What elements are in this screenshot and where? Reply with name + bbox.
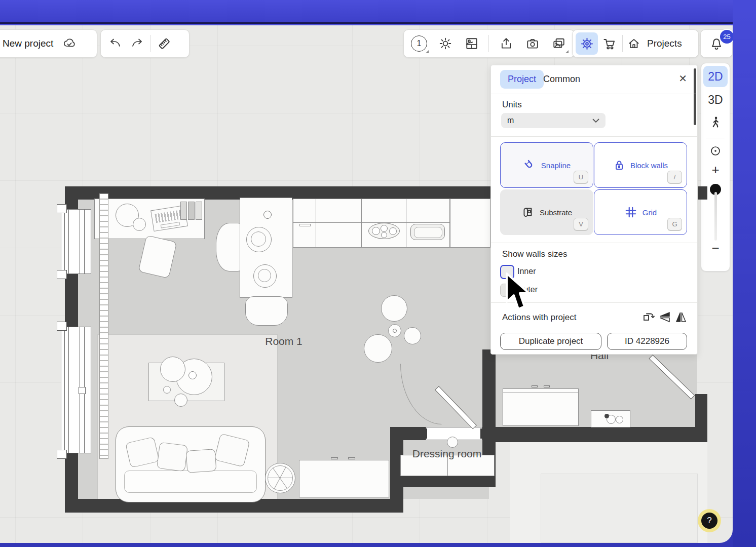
window-1[interactable] <box>61 209 91 274</box>
shortcut-badge: U <box>574 171 588 183</box>
zoom-slider-track[interactable] <box>714 192 717 241</box>
snapshot-icon[interactable] <box>521 32 544 55</box>
floor-lamp-left[interactable] <box>364 334 392 363</box>
zoom-in-button[interactable]: + <box>703 162 728 178</box>
center-view-icon[interactable] <box>703 142 728 160</box>
dropdown-corner-mark <box>426 50 429 53</box>
zoom-out-button[interactable]: − <box>703 241 728 256</box>
curtain[interactable] <box>99 193 108 459</box>
kitchen-counter[interactable] <box>293 199 450 248</box>
toggle-label: Substrate <box>540 208 572 217</box>
shortcut-badge: V <box>574 218 588 230</box>
tab-project[interactable]: Project <box>500 70 544 89</box>
mouse-cursor <box>505 272 533 315</box>
cloud-sync-icon[interactable] <box>58 32 81 55</box>
settings-gear-icon[interactable] <box>576 32 598 55</box>
hall-bottom-wall[interactable] <box>489 427 707 442</box>
magnet-icon <box>523 159 536 172</box>
mode-2d-button[interactable]: 2D <box>703 66 728 87</box>
units-dropdown[interactable]: m <box>501 113 606 128</box>
panel-scrollbar[interactable] <box>694 68 696 125</box>
gallery-icon[interactable] <box>548 32 570 55</box>
chevron-down-icon <box>592 119 599 123</box>
new-project-group: New project <box>0 29 97 58</box>
window-2-cap-bottom <box>57 450 67 459</box>
toggle-label: Snapline <box>541 161 571 170</box>
stove[interactable] <box>368 223 400 239</box>
redo-icon[interactable] <box>126 32 148 55</box>
blueprint-icon <box>521 206 535 219</box>
toggle-block-walls[interactable]: Block walls / <box>594 142 687 188</box>
toggle-substrate[interactable]: Substrate V <box>500 189 593 235</box>
kitchen-cabinet-right[interactable] <box>450 199 490 248</box>
tab-common[interactable]: Common <box>543 74 580 85</box>
hall-shoe-cabinet[interactable] <box>591 410 630 427</box>
window-1-cap-top <box>57 204 67 213</box>
dropdown-corner-mark <box>565 50 569 53</box>
app-window: Room 1 Dressing room Hall New project 1 <box>0 0 756 547</box>
brightness-icon[interactable] <box>434 32 457 55</box>
window-2[interactable] <box>61 327 91 453</box>
new-project-button[interactable]: New project <box>3 38 53 49</box>
desk-plant-small <box>133 218 146 231</box>
toggle-label: Block walls <box>630 161 668 170</box>
floor-lamp-top[interactable] <box>381 295 407 322</box>
home-icon[interactable] <box>625 32 643 55</box>
lock-icon <box>613 159 625 172</box>
grid-icon <box>624 206 637 219</box>
hall-right-wall[interactable] <box>695 394 707 428</box>
desk-books <box>180 202 187 220</box>
help-button[interactable]: ? <box>698 509 721 532</box>
cup <box>163 386 171 394</box>
room-label-room1: Room 1 <box>265 335 303 347</box>
table-decor <box>263 211 272 219</box>
shortcut-badge: / <box>667 171 682 183</box>
help-label: ? <box>707 516 711 526</box>
history-tools-group <box>100 29 190 58</box>
floor-lamp-center <box>388 324 401 337</box>
flip-horizontal-icon[interactable] <box>675 311 688 323</box>
hall-wardrobe[interactable] <box>503 388 579 426</box>
units-label: Units <box>502 100 522 110</box>
notifications-group: 25 <box>700 29 733 58</box>
render-tools-group: 1 <box>403 29 575 58</box>
window-1-cap-bottom <box>57 270 67 279</box>
ruler-icon[interactable] <box>153 32 175 55</box>
layout-view-icon[interactable] <box>461 32 483 55</box>
floor-lamp-right <box>404 327 421 344</box>
undo-icon[interactable] <box>104 32 126 55</box>
toggle-grid[interactable]: Grid G <box>594 189 687 235</box>
dining-chair-bottom[interactable] <box>245 296 288 326</box>
coffee-table-small <box>174 394 187 407</box>
desk-books <box>196 202 202 220</box>
tv-stand[interactable] <box>299 460 389 497</box>
units-value: m <box>507 116 514 125</box>
lower-room-floor[interactable] <box>510 442 707 543</box>
flip-vertical-icon[interactable] <box>659 311 672 323</box>
mode-3d-button[interactable]: 3D <box>703 89 728 110</box>
top-brand-bar <box>0 0 756 24</box>
room-label-dressing: Dressing room <box>412 448 482 460</box>
toggle-snapline[interactable]: Snapline U <box>500 142 593 188</box>
coffee-table-medium[interactable] <box>160 357 185 382</box>
toggle-label: Grid <box>642 208 657 217</box>
round-fan[interactable] <box>265 463 295 493</box>
plate-2 <box>253 264 277 288</box>
walkthrough-icon[interactable] <box>703 112 728 134</box>
lower-room-rug <box>541 474 698 543</box>
project-id-button[interactable]: ID 4228926 <box>607 333 687 350</box>
floor-selector[interactable]: 1 <box>408 32 430 55</box>
close-icon[interactable]: ✕ <box>678 72 687 85</box>
window-2-cap-top <box>57 322 67 331</box>
cart-icon[interactable] <box>598 32 620 55</box>
projects-button[interactable]: Projects <box>647 38 682 49</box>
shortcut-badge: G <box>667 218 682 230</box>
duplicate-project-button[interactable]: Duplicate project <box>500 333 601 350</box>
sink[interactable] <box>410 224 445 240</box>
sofa-pillow <box>186 449 217 473</box>
dressing-knob <box>447 437 458 448</box>
walls-sizes-title: Show walls sizes <box>502 249 568 259</box>
bell-icon[interactable]: 25 <box>705 32 728 55</box>
rotate-project-icon[interactable] <box>642 311 655 323</box>
export-icon[interactable] <box>495 32 517 55</box>
